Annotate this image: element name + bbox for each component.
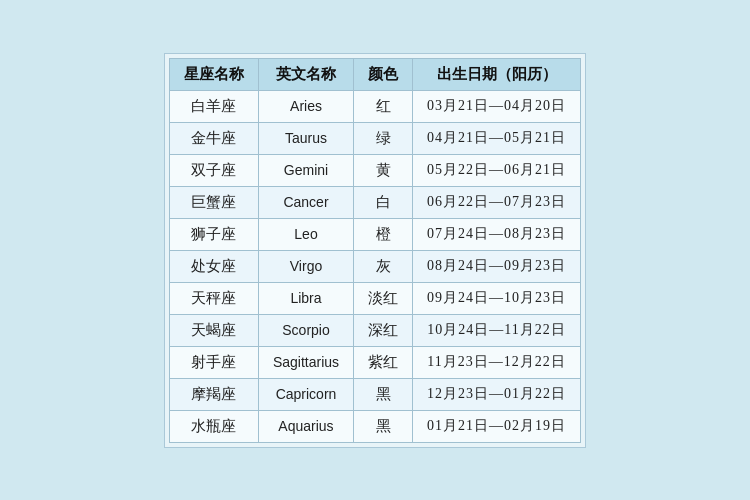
table-row: 天蝎座Scorpio深红10月24日—11月22日 (169, 314, 580, 346)
cell-date_range: 10月24日—11月22日 (413, 314, 581, 346)
cell-date_range: 09月24日—10月23日 (413, 282, 581, 314)
table-body: 白羊座Aries红03月21日—04月20日金牛座Taurus绿04月21日—0… (169, 90, 580, 442)
table-row: 摩羯座Capricorn黑12月23日—01月22日 (169, 378, 580, 410)
cell-color: 绿 (354, 122, 413, 154)
cell-en_name: Scorpio (258, 314, 353, 346)
cell-zh_name: 白羊座 (169, 90, 258, 122)
cell-en_name: Gemini (258, 154, 353, 186)
cell-en_name: Sagittarius (258, 346, 353, 378)
cell-zh_name: 巨蟹座 (169, 186, 258, 218)
zodiac-table: 星座名称英文名称颜色出生日期（阳历） 白羊座Aries红03月21日—04月20… (169, 58, 581, 443)
cell-en_name: Taurus (258, 122, 353, 154)
cell-color: 黑 (354, 410, 413, 442)
cell-zh_name: 处女座 (169, 250, 258, 282)
cell-color: 深红 (354, 314, 413, 346)
cell-en_name: Virgo (258, 250, 353, 282)
cell-zh_name: 狮子座 (169, 218, 258, 250)
table-header-row: 星座名称英文名称颜色出生日期（阳历） (169, 58, 580, 90)
table-row: 处女座Virgo灰08月24日—09月23日 (169, 250, 580, 282)
cell-en_name: Aquarius (258, 410, 353, 442)
column-header-en_name: 英文名称 (258, 58, 353, 90)
cell-color: 白 (354, 186, 413, 218)
table-row: 白羊座Aries红03月21日—04月20日 (169, 90, 580, 122)
cell-en_name: Leo (258, 218, 353, 250)
cell-date_range: 04月21日—05月21日 (413, 122, 581, 154)
cell-date_range: 11月23日—12月22日 (413, 346, 581, 378)
cell-date_range: 06月22日—07月23日 (413, 186, 581, 218)
cell-color: 紫红 (354, 346, 413, 378)
cell-color: 黑 (354, 378, 413, 410)
cell-date_range: 07月24日—08月23日 (413, 218, 581, 250)
table-row: 双子座Gemini黄05月22日—06月21日 (169, 154, 580, 186)
cell-zh_name: 射手座 (169, 346, 258, 378)
column-header-date_range: 出生日期（阳历） (413, 58, 581, 90)
cell-en_name: Aries (258, 90, 353, 122)
table-row: 天秤座Libra淡红09月24日—10月23日 (169, 282, 580, 314)
cell-color: 黄 (354, 154, 413, 186)
table-row: 射手座Sagittarius紫红11月23日—12月22日 (169, 346, 580, 378)
zodiac-table-container: 星座名称英文名称颜色出生日期（阳历） 白羊座Aries红03月21日—04月20… (164, 53, 586, 448)
cell-en_name: Cancer (258, 186, 353, 218)
cell-color: 淡红 (354, 282, 413, 314)
cell-color: 灰 (354, 250, 413, 282)
cell-color: 橙 (354, 218, 413, 250)
cell-date_range: 01月21日—02月19日 (413, 410, 581, 442)
cell-date_range: 05月22日—06月21日 (413, 154, 581, 186)
column-header-zh_name: 星座名称 (169, 58, 258, 90)
cell-date_range: 03月21日—04月20日 (413, 90, 581, 122)
table-row: 狮子座Leo橙07月24日—08月23日 (169, 218, 580, 250)
cell-color: 红 (354, 90, 413, 122)
table-row: 巨蟹座Cancer白06月22日—07月23日 (169, 186, 580, 218)
cell-zh_name: 天秤座 (169, 282, 258, 314)
table-row: 水瓶座Aquarius黑01月21日—02月19日 (169, 410, 580, 442)
cell-zh_name: 摩羯座 (169, 378, 258, 410)
cell-zh_name: 天蝎座 (169, 314, 258, 346)
column-header-color: 颜色 (354, 58, 413, 90)
cell-zh_name: 金牛座 (169, 122, 258, 154)
cell-date_range: 08月24日—09月23日 (413, 250, 581, 282)
cell-en_name: Libra (258, 282, 353, 314)
cell-zh_name: 双子座 (169, 154, 258, 186)
cell-en_name: Capricorn (258, 378, 353, 410)
table-row: 金牛座Taurus绿04月21日—05月21日 (169, 122, 580, 154)
cell-zh_name: 水瓶座 (169, 410, 258, 442)
cell-date_range: 12月23日—01月22日 (413, 378, 581, 410)
